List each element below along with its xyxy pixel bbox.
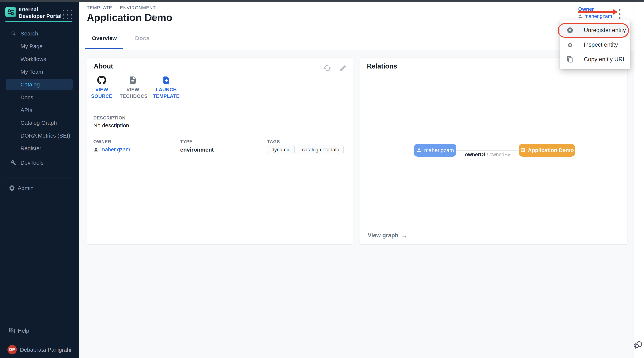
page-title: Application Demo <box>87 12 172 23</box>
owner-field-value: maher.gzam <box>93 146 130 153</box>
relation-edge-label: ownerOf / ownedBy <box>456 152 519 157</box>
tags-row: dynamic catalogmetadata <box>267 145 344 154</box>
person-icon <box>416 147 422 153</box>
sidebar-item-catalog[interactable]: Catalog <box>0 79 79 90</box>
arrow-right-icon: → <box>401 233 408 238</box>
user-name: Debabrata Panigrahi <box>20 344 71 355</box>
template-card-icon <box>520 147 526 153</box>
sidebar-item-dora-metrics[interactable]: DORA Metrics (SEI) <box>0 131 79 140</box>
about-card-title: About <box>94 62 113 70</box>
red-arrow-annotation <box>578 11 613 13</box>
sidebar-item-help[interactable]: ? Help <box>0 326 79 335</box>
techdocs-file-icon <box>120 75 146 85</box>
sidebar-item-my-page[interactable]: My Page <box>0 42 79 51</box>
logo-mark-icon <box>7 9 14 16</box>
relation-edge <box>456 150 519 150</box>
view-graph-link[interactable]: View graph → <box>368 232 408 239</box>
about-owner-link[interactable]: maher.gzam <box>100 146 130 153</box>
sidebar-item-catalog-graph[interactable]: Catalog Graph <box>0 118 79 127</box>
sidebar-teal-divider <box>6 21 72 22</box>
sidebar-divider <box>5 178 74 178</box>
wrench-icon <box>11 160 16 165</box>
launch-template-button[interactable]: LAUNCH TEMPLATE <box>152 75 180 99</box>
header-divider <box>79 25 634 25</box>
tag-chip-dynamic[interactable]: dynamic <box>267 145 294 154</box>
search-icon <box>11 31 16 36</box>
menu-item-inspect-entity[interactable]: Inspect entity <box>560 38 630 52</box>
app-logo <box>6 7 16 17</box>
graph-node-entity[interactable]: Application Demo <box>519 144 575 157</box>
sidebar-user-profile[interactable]: DP Debabrata Panigrahi <box>0 344 79 355</box>
type-field-value: environment <box>180 146 214 153</box>
view-source-button[interactable]: VIEW SOURCE <box>88 75 115 99</box>
template-add-icon <box>152 75 180 85</box>
edit-pencil-icon[interactable] <box>339 64 348 73</box>
tag-chip-catalogmetadata[interactable]: catalogmetadata <box>298 145 344 154</box>
main-content: TEMPLATE — ENVIRONMENT Application Demo … <box>79 2 634 358</box>
window-top-strip <box>0 0 644 2</box>
sidebar-item-devtools[interactable]: DevTools <box>0 158 79 167</box>
person-icon <box>93 147 98 152</box>
svg-text:?: ? <box>10 328 12 331</box>
header-owner-row: maher.gzam <box>578 13 612 20</box>
sidebar-item-register[interactable]: Register <box>0 144 79 153</box>
red-arrow-annotation-head <box>613 9 618 15</box>
tab-overview[interactable]: Overview <box>85 30 123 47</box>
favorite-star-icon[interactable] <box>150 14 157 21</box>
sidebar-item-workflows[interactable]: Workflows <box>0 55 79 64</box>
gear-icon <box>8 185 15 192</box>
about-card: About VIEW SOURCE <box>87 57 353 245</box>
avatar: DP <box>8 345 17 354</box>
description-value: No description <box>93 122 129 129</box>
menu-item-copy-entity-url[interactable]: Copy entity URL <box>560 52 630 67</box>
sidebar: Internal Developer Portal Search My Page… <box>0 2 79 358</box>
active-tab-indicator <box>85 48 123 49</box>
sidebar-item-admin[interactable]: Admin <box>0 184 79 193</box>
sidebar-item-docs[interactable]: Docs <box>0 93 79 102</box>
relations-card: Relations maher.gzam Application Demo ow… <box>360 57 628 245</box>
relations-card-title: Relations <box>367 62 397 70</box>
red-box-annotation <box>558 23 629 38</box>
chat-bubbles-icon[interactable] <box>634 339 644 350</box>
description-label: DESCRIPTION <box>93 115 126 121</box>
graph-node-owner[interactable]: maher.gzam <box>414 144 456 157</box>
owner-user-link[interactable]: maher.gzam <box>584 14 612 19</box>
copy-icon <box>567 56 574 63</box>
breadcrumb[interactable]: TEMPLATE — ENVIRONMENT <box>87 5 156 11</box>
owner-field-label: OWNER <box>93 139 111 144</box>
tags-field-label: TAGS <box>267 139 280 144</box>
help-chat-icon: ? <box>8 327 15 334</box>
type-field-label: TYPE <box>180 139 192 144</box>
sidebar-divider <box>17 157 60 157</box>
sidebar-item-search[interactable]: Search <box>0 29 79 38</box>
sidebar-item-apis[interactable]: APIs <box>0 106 79 115</box>
apps-grid-icon[interactable] <box>62 10 73 20</box>
person-icon <box>578 14 583 19</box>
right-rail <box>634 2 644 358</box>
view-techdocs-button[interactable]: VIEW TECHDOCS <box>120 75 146 99</box>
bug-icon <box>567 42 574 48</box>
tab-docs[interactable]: Docs <box>123 30 161 47</box>
refresh-icon[interactable] <box>323 64 332 72</box>
github-icon <box>88 75 115 85</box>
app-title: Internal Developer Portal <box>19 6 62 20</box>
sidebar-item-my-team[interactable]: My Team <box>0 67 79 76</box>
